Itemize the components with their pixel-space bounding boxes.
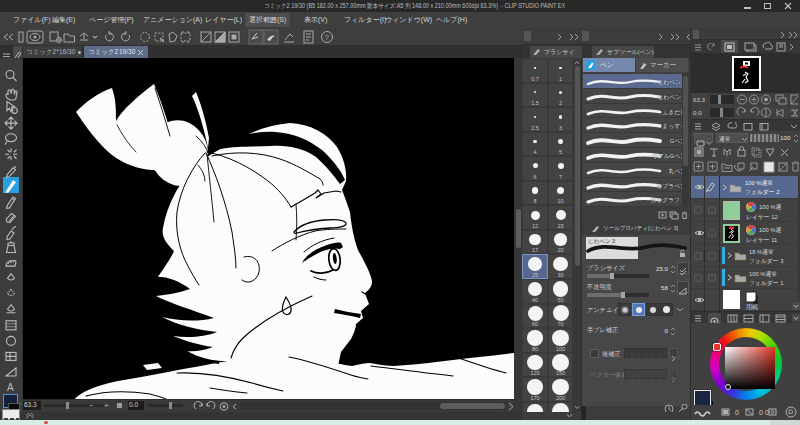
svg-text:?: ?: [325, 33, 330, 42]
svg-text:0: 0: [735, 409, 739, 416]
svg-text:0: 0: [759, 409, 763, 416]
svg-text:A: A: [7, 382, 14, 393]
